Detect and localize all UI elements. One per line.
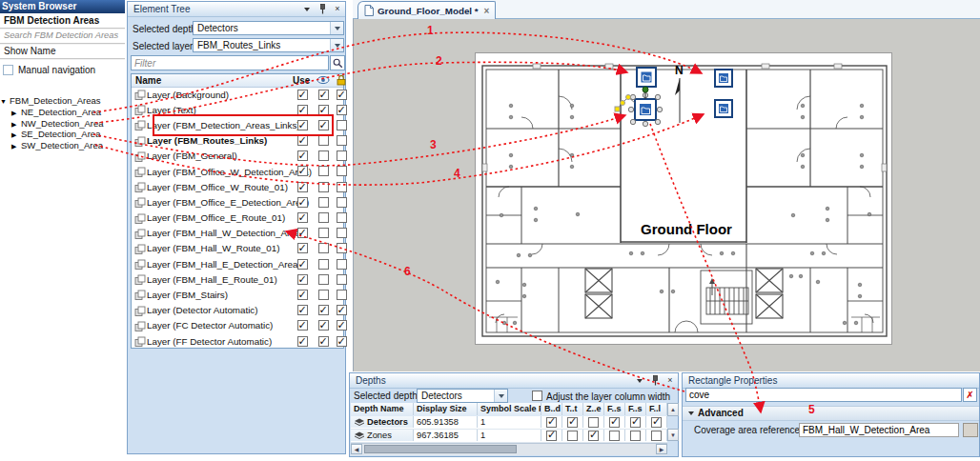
use-checkbox[interactable] (297, 135, 308, 146)
pin-icon[interactable] (649, 375, 661, 387)
tab-close-icon[interactable]: × (484, 6, 490, 16)
visible-checkbox[interactable] (318, 135, 329, 146)
use-checkbox[interactable] (297, 166, 308, 176)
tree-item-se_detection_area[interactable]: ▶SE_Detection_Area (0, 129, 125, 140)
scroll-left-icon[interactable]: ◀ (351, 444, 362, 454)
visible-checkbox[interactable] (318, 305, 329, 315)
use-checkbox[interactable] (297, 150, 308, 161)
combo-arrow-icon[interactable] (494, 390, 507, 402)
depth-flag-checkbox[interactable] (609, 417, 620, 428)
selected-layer-combo[interactable]: FBM_Routes_Links (193, 38, 344, 52)
search-input[interactable]: Search FBM Detection Areas (0, 29, 125, 44)
use-checkbox[interactable] (297, 336, 308, 347)
expanded-triangle-icon[interactable]: ▼ (0, 96, 10, 108)
tab-ground-floor-model[interactable]: Ground_Floor_Model * × (357, 1, 496, 19)
eye-icon[interactable] (316, 75, 330, 87)
lock-icon[interactable] (336, 74, 347, 88)
detection-areas-selector[interactable]: FBM Detection Areas (0, 13, 125, 29)
visible-checkbox[interactable] (318, 197, 329, 208)
depth-name-cell[interactable]: Detectors (351, 416, 414, 428)
pin-icon[interactable] (316, 4, 328, 15)
lock-checkbox[interactable] (337, 290, 347, 300)
layer-row[interactable]: Layer (FBM_Hall_W_Route_01) (132, 241, 343, 256)
use-column-header[interactable]: Use (293, 75, 310, 86)
drawing-canvas[interactable]: Ground Floor N (353, 19, 980, 371)
layer-row[interactable]: Layer (Background) (132, 87, 343, 102)
rectangle-properties-titlebar[interactable]: Rectangle Properties (683, 373, 979, 389)
depths-depth-combo[interactable]: Detectors (417, 389, 508, 403)
depth-flag-checkbox[interactable] (567, 417, 578, 428)
symbol-scale-cell[interactable]: 1 (478, 430, 541, 441)
layer-row[interactable]: Layer (FBM_Hall_E_Route_01) (132, 271, 343, 287)
window-menu-icon[interactable] (634, 375, 645, 387)
name-column-header[interactable]: Name (135, 75, 161, 86)
visible-checkbox[interactable] (318, 90, 329, 100)
use-checkbox[interactable] (297, 212, 308, 223)
depth-row[interactable]: Zones967.361851 (351, 430, 667, 443)
layer-row[interactable]: Layer (FC Detector Automatic) (132, 318, 343, 333)
collapsed-triangle-icon[interactable]: ▶ (11, 141, 21, 152)
scroll-down-icon[interactable]: ▼ (667, 429, 679, 441)
tree-item-nw_detection_area[interactable]: ▶NW_Detection_Area (0, 118, 125, 130)
layer-row[interactable]: Layer (FBM_Hall_W_Detection_Area) (132, 226, 343, 241)
visible-checkbox[interactable] (318, 320, 329, 331)
lock-checkbox[interactable] (337, 336, 347, 347)
visible-checkbox[interactable] (318, 228, 329, 238)
scrollbar-thumb[interactable] (364, 445, 517, 453)
layer-row[interactable]: Layer (Detector Automatic) (132, 303, 343, 318)
clear-filter-icon[interactable]: ✗ (963, 388, 977, 402)
use-checkbox[interactable] (297, 259, 308, 270)
tree-root-item[interactable]: ▼FBM_Detection_Areas (0, 95, 125, 107)
lock-checkbox[interactable] (337, 182, 347, 192)
depth-row[interactable]: Detectors605.913581 (351, 416, 667, 430)
depths-column-header[interactable]: B..d (541, 403, 562, 415)
manual-navigation-checkbox[interactable] (3, 65, 13, 75)
visible-checkbox[interactable] (318, 259, 329, 270)
visible-checkbox[interactable] (318, 274, 329, 285)
lock-checkbox[interactable] (337, 228, 347, 238)
depths-column-header[interactable]: F..s (625, 403, 646, 415)
depths-column-header[interactable]: F..l (646, 403, 667, 415)
depths-column-header[interactable]: Z..e (583, 403, 604, 415)
depth-flag-checkbox[interactable] (567, 431, 578, 441)
depth-flag-checkbox[interactable] (630, 417, 641, 428)
lock-checkbox[interactable] (337, 305, 347, 315)
depth-flag-checkbox[interactable] (546, 417, 557, 428)
use-checkbox[interactable] (297, 305, 308, 315)
lock-checkbox[interactable] (337, 90, 347, 100)
layer-row[interactable]: Layer (FBM_General) (132, 149, 343, 164)
use-checkbox[interactable] (297, 274, 308, 285)
lock-checkbox[interactable] (337, 212, 347, 223)
visible-checkbox[interactable] (318, 166, 329, 176)
visible-checkbox[interactable] (318, 336, 329, 347)
layer-row[interactable]: Layer (FBM_Office_W_Route_01) (132, 179, 343, 194)
window-menu-icon[interactable] (301, 4, 313, 15)
depth-flag-checkbox[interactable] (588, 417, 599, 428)
lock-checkbox[interactable] (337, 135, 347, 146)
visible-checkbox[interactable] (318, 243, 329, 253)
detection-area-icon-selected[interactable] (615, 87, 663, 127)
lock-checkbox[interactable] (337, 120, 347, 130)
depth-flag-checkbox[interactable] (588, 431, 599, 441)
depths-titlebar[interactable]: Depths × (350, 373, 678, 389)
scroll-up-icon[interactable]: ▲ (667, 403, 679, 416)
layer-row[interactable]: Layer (FBM_Office_E_Route_01) (132, 210, 343, 226)
use-checkbox[interactable] (297, 197, 308, 208)
collapsed-triangle-icon[interactable]: ▶ (11, 108, 21, 119)
close-icon[interactable]: × (664, 375, 676, 387)
display-size-cell[interactable]: 605.91358 (414, 416, 478, 428)
depth-flag-checkbox[interactable] (651, 431, 662, 441)
depth-flag-checkbox[interactable] (546, 431, 557, 441)
combo-arrow-icon[interactable] (330, 39, 343, 51)
layer-row[interactable]: Layer (FBM_Office_W_Detection_Area) (132, 164, 343, 179)
depth-flag-checkbox[interactable] (651, 417, 662, 428)
rotation-handle[interactable] (643, 87, 648, 92)
visible-checkbox[interactable] (318, 290, 329, 300)
use-checkbox[interactable] (297, 228, 308, 238)
detection-area-icon-ne[interactable] (715, 70, 732, 87)
property-filter-input[interactable] (685, 388, 962, 402)
lock-checkbox[interactable] (337, 274, 347, 285)
lock-checkbox[interactable] (337, 166, 347, 176)
coverage-area-input[interactable] (799, 423, 959, 437)
show-name-selector[interactable]: Show Name (0, 44, 125, 59)
